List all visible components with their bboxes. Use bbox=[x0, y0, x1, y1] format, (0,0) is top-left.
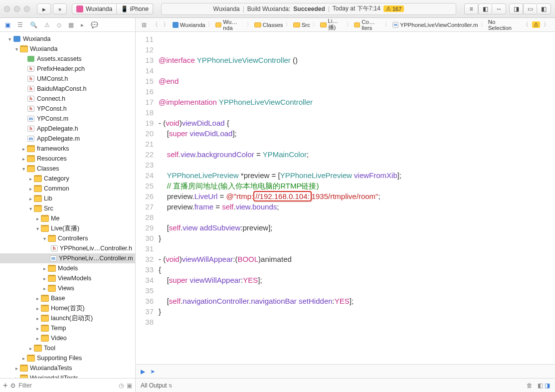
warning-icon[interactable]: ⚠ bbox=[532, 21, 540, 28]
version-editor-button[interactable]: ↔ bbox=[492, 3, 506, 14]
tree-item[interactable]: mYPConst.m bbox=[0, 114, 135, 124]
phone-icon: 📱 bbox=[121, 5, 128, 12]
tree-item[interactable]: ▸Home(首页) bbox=[0, 303, 135, 313]
tree-item[interactable]: ▸Base bbox=[0, 293, 135, 303]
line-gutter: 1112131415161718192021222324252627282930… bbox=[136, 32, 159, 364]
tree-item[interactable]: hBaiduMapConst.h bbox=[0, 84, 135, 94]
jump-next-issue[interactable]: 〉 bbox=[542, 20, 551, 29]
tree-item[interactable]: hPrefixHeader.pch bbox=[0, 64, 135, 74]
status-action: Build Wuxianda: bbox=[247, 5, 291, 12]
tree-item[interactable]: hYPConst.h bbox=[0, 104, 135, 114]
filter-input[interactable] bbox=[18, 382, 116, 389]
tree-item[interactable]: ▾Classes bbox=[0, 164, 135, 174]
navigator-footer: + ⊙ ◷ ▣ bbox=[0, 378, 135, 392]
tree-item-label: YPPhoneLiv…Controller.m bbox=[59, 255, 133, 262]
tree-item[interactable]: ▸ViewModels bbox=[0, 273, 135, 283]
tree-item[interactable]: ▾Controllers bbox=[0, 233, 135, 243]
scheme-selector[interactable]: Wuxianda 📱 iPhone bbox=[72, 3, 153, 14]
folder-icon bbox=[20, 375, 28, 378]
tree-item[interactable]: ▸Models bbox=[0, 263, 135, 273]
stop-button[interactable] bbox=[53, 3, 67, 14]
tree-item[interactable]: ▸Category bbox=[0, 174, 135, 184]
tree-item[interactable]: ▸Supporting Files bbox=[0, 353, 135, 363]
tree-item-label: AppDelegate.h bbox=[37, 125, 78, 132]
tree-item[interactable]: ▸Lib bbox=[0, 194, 135, 203]
tree-item[interactable]: Assets.xcassets bbox=[0, 54, 135, 64]
split-console-icon-2[interactable]: ◨ bbox=[545, 382, 550, 389]
run-button[interactable] bbox=[37, 3, 51, 14]
h-file-icon: h bbox=[27, 125, 35, 132]
issue-nav-tab[interactable]: ⚠ bbox=[44, 21, 50, 28]
warning-badge[interactable]: ⚠ 167 bbox=[383, 5, 404, 12]
stop-icon bbox=[58, 5, 61, 12]
tree-item[interactable]: hAppDelegate.h bbox=[0, 124, 135, 134]
tree-item[interactable]: ▸Me bbox=[0, 213, 135, 223]
tree-item-label: ViewModels bbox=[58, 275, 91, 282]
tree-item[interactable]: ▸Tool bbox=[0, 343, 135, 353]
tree-item-label: Category bbox=[44, 175, 69, 182]
forward-button[interactable]: 〉 bbox=[162, 20, 171, 29]
folder-icon bbox=[254, 22, 261, 27]
close-window[interactable] bbox=[4, 6, 10, 12]
tree-item[interactable]: ▸Video bbox=[0, 333, 135, 343]
folder-icon bbox=[41, 295, 49, 302]
file-tree[interactable]: ▾Wuxianda▾WuxiandaAssets.xcassetshPrefix… bbox=[0, 32, 135, 378]
add-button[interactable]: + bbox=[3, 381, 7, 390]
tree-item[interactable]: mYPPhoneLiv…Controller.m bbox=[0, 253, 135, 263]
tree-item[interactable]: ▾Wuxianda bbox=[0, 34, 135, 44]
jump-prev-issue[interactable]: 〈 bbox=[521, 20, 530, 29]
tree-item[interactable]: mAppDelegate.m bbox=[0, 134, 135, 144]
find-nav-tab[interactable]: 🔍 bbox=[30, 21, 37, 28]
report-nav-tab[interactable]: 💬 bbox=[91, 21, 98, 28]
breakpoint-arrow-icon[interactable]: ➤ bbox=[150, 368, 155, 375]
tree-item[interactable]: ▾Wuxianda bbox=[0, 44, 135, 54]
folder-icon bbox=[27, 145, 35, 152]
tree-item[interactable]: hUMConst.h bbox=[0, 74, 135, 84]
scm-icon[interactable]: ▣ bbox=[127, 382, 132, 389]
breakpoint-nav-tab[interactable]: ▸ bbox=[81, 21, 84, 28]
test-nav-tab[interactable]: ◇ bbox=[57, 21, 61, 28]
tree-item[interactable]: ▸WuxiandaTests bbox=[0, 363, 135, 373]
code-editor[interactable]: 1112131415161718192021222324252627282930… bbox=[136, 32, 555, 364]
toggle-navigator-button[interactable]: ◨ bbox=[509, 3, 523, 14]
breakpoint-toggle-icon[interactable]: ▶ bbox=[141, 368, 145, 375]
tree-item-label: Video bbox=[51, 335, 67, 342]
tree-item[interactable]: hConnect.h bbox=[0, 94, 135, 104]
folder-icon bbox=[27, 155, 35, 162]
tree-item[interactable]: hYPPhoneLiv…Controller.h bbox=[0, 243, 135, 253]
tree-item-label: YPConst.m bbox=[37, 115, 68, 122]
tree-item[interactable]: ▸Temp bbox=[0, 323, 135, 333]
toggle-debug-button[interactable]: ▭ bbox=[523, 3, 537, 14]
toggle-inspector-button[interactable]: ◧ bbox=[537, 3, 551, 14]
activity-status[interactable]: Wuxianda | Build Wuxianda: Succeeded | T… bbox=[161, 3, 456, 15]
project-nav-tab[interactable]: ▣ bbox=[5, 21, 10, 28]
tree-item[interactable]: ▸Resources bbox=[0, 154, 135, 164]
back-button[interactable]: 〈 bbox=[151, 20, 160, 29]
debug-nav-tab[interactable]: ▦ bbox=[68, 21, 74, 28]
breakpoint-bar: ▶ ➤ bbox=[136, 364, 555, 378]
zoom-window[interactable] bbox=[24, 6, 30, 12]
jump-bar[interactable]: ⊞ 〈 〉 Wuxianda〉 Wu…nda〉 Classes〉 Src〉 Li… bbox=[136, 18, 555, 32]
code-content[interactable]: @interface YPPhoneLiveViewController () … bbox=[159, 32, 401, 364]
h-file-icon: h bbox=[27, 105, 35, 112]
tree-item[interactable]: ▸Views bbox=[0, 283, 135, 293]
output-selector[interactable]: All Output ⇅ bbox=[141, 382, 173, 389]
tree-item[interactable]: ▸launch(启动页) bbox=[0, 313, 135, 323]
symbol-nav-tab[interactable]: ☰ bbox=[17, 21, 23, 28]
tree-item[interactable]: ▸frameworks bbox=[0, 144, 135, 154]
related-items-icon[interactable]: ⊞ bbox=[140, 20, 149, 29]
tree-item[interactable]: ▸WuxiandaUITests bbox=[0, 373, 135, 378]
tree-item[interactable]: ▾Src bbox=[0, 203, 135, 213]
tree-item-label: AppDelegate.m bbox=[37, 135, 80, 142]
tree-item-label: Views bbox=[58, 285, 74, 292]
tree-item[interactable]: ▾Live(直播) bbox=[0, 223, 135, 233]
tree-item[interactable]: ▸Common bbox=[0, 184, 135, 194]
split-console-icon[interactable]: ◧ bbox=[538, 382, 543, 389]
standard-editor-button[interactable]: ≡ bbox=[464, 3, 478, 14]
clear-console-icon[interactable]: 🗑 bbox=[527, 382, 533, 389]
tree-item-label: Common bbox=[44, 185, 69, 192]
clock-icon[interactable]: ◷ bbox=[119, 382, 124, 389]
minimize-window[interactable] bbox=[14, 6, 20, 12]
folder-icon bbox=[320, 22, 327, 27]
assistant-editor-button[interactable]: ◧ bbox=[478, 3, 492, 14]
